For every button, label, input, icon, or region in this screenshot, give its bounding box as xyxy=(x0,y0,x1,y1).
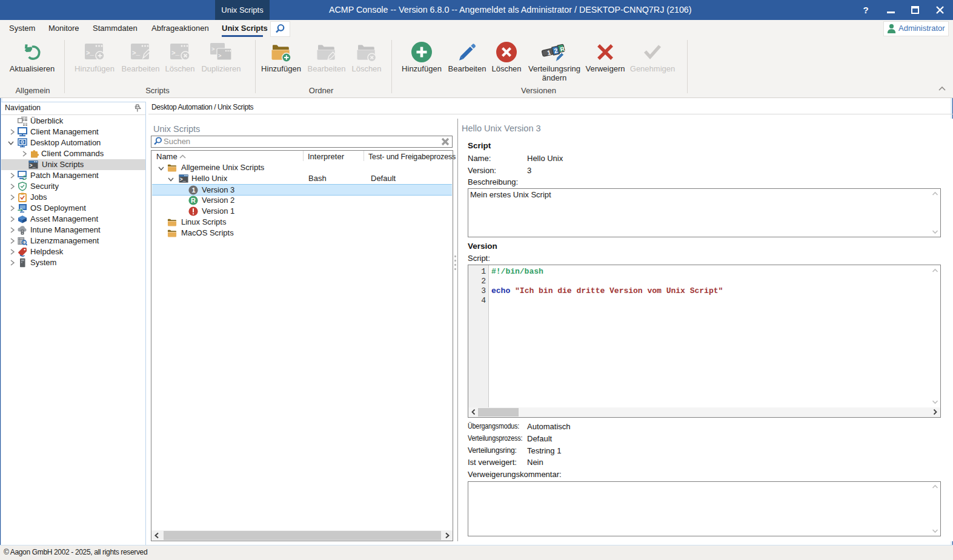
svg-text:>_: >_ xyxy=(86,50,95,57)
svg-text:R: R xyxy=(191,197,196,204)
svg-text:>: > xyxy=(211,47,214,53)
svg-text:>: > xyxy=(218,53,221,59)
svg-text:>_: >_ xyxy=(30,163,36,169)
svg-text:1: 1 xyxy=(192,186,196,194)
svg-text:R: R xyxy=(559,45,565,53)
svg-text:>_: >_ xyxy=(180,177,187,183)
svg-text:>_: >_ xyxy=(171,50,180,57)
svg-text:>_: >_ xyxy=(132,50,141,57)
